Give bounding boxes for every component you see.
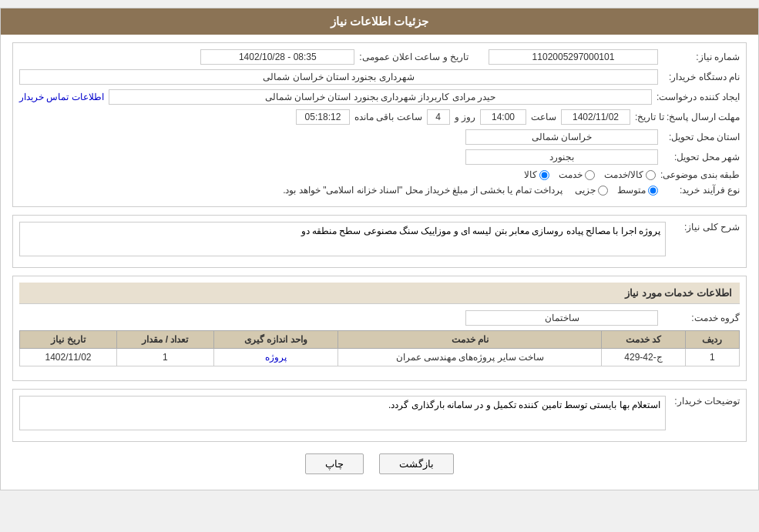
city-label: شهر محل تحویل:: [663, 152, 740, 162]
page-wrapper: جزئیات اطلاعات نیاز شماره نیاز: 11020052…: [0, 8, 759, 490]
row-need-number: شماره نیاز: 1102005297000101 تاریخ و ساع…: [19, 49, 740, 65]
service-group-value: ساختمان: [465, 310, 658, 326]
col-unit: واحد اندازه گیری: [213, 331, 338, 349]
radio-motavasset[interactable]: متوسط: [617, 185, 658, 196]
content-area: شماره نیاز: 1102005297000101 تاریخ و ساع…: [1, 35, 758, 490]
description-row: شرح کلی نیاز:: [19, 222, 740, 256]
need-number-value: 1102005297000101: [489, 49, 658, 65]
services-title: اطلاعات خدمات مورد نیاز: [19, 283, 740, 304]
col-code: کد خدمت: [602, 331, 686, 349]
radio-khedmat-input[interactable]: [585, 170, 595, 180]
deadline-days: 4: [427, 109, 450, 125]
services-table-section: ردیف کد خدمت نام خدمت واحد اندازه گیری ت…: [19, 330, 740, 366]
radio-kala-input[interactable]: [539, 170, 549, 180]
radio-kala-khedmat-label: کالا/خدمت: [604, 169, 643, 180]
row-process: نوع فرآیند خرید: متوسط جزیی پرداخت تمام …: [19, 185, 740, 196]
back-button[interactable]: بازگشت: [379, 453, 454, 474]
cell-unit[interactable]: پروژه: [213, 349, 338, 366]
row-category: طبقه بندی موضوعی: کالا/خدمت خدمت کالا: [19, 169, 740, 180]
category-radio-group: کالا/خدمت خدمت کالا: [524, 169, 656, 180]
deadline-label: مهلت ارسال پاسخ: تا تاریخ:: [635, 112, 740, 122]
province-value: خراسان شمالی: [465, 129, 658, 145]
buyer-org-label: نام دستگاه خریدار:: [663, 72, 740, 82]
buyer-notes-section: توضیحات خریدار:: [12, 389, 747, 442]
print-button[interactable]: چاپ: [305, 453, 364, 474]
deadline-time: 14:00: [480, 109, 526, 125]
deadline-remaining-label: ساعت باقی مانده: [354, 112, 422, 122]
deadline-time-label: ساعت: [531, 112, 556, 122]
page-header: جزئیات اطلاعات نیاز: [1, 8, 758, 35]
creator-value: حیدر مرادی کاربرداز شهرداری بجنورد استان…: [109, 89, 652, 105]
deadline-date: 1402/11/02: [561, 109, 630, 125]
cell-code: ج-42-429: [602, 349, 686, 366]
button-row: بازگشت چاپ: [12, 453, 747, 474]
buyer-notes-label: توضیحات خریدار:: [670, 396, 740, 407]
main-info-section: شماره نیاز: 1102005297000101 تاریخ و ساع…: [12, 42, 747, 207]
description-section: شرح کلی نیاز:: [12, 215, 747, 268]
radio-jozi-label: جزیی: [575, 185, 596, 196]
announce-value: 1402/10/28 - 08:35: [200, 49, 354, 65]
deadline-days-label: روز و: [455, 112, 475, 122]
radio-kala-label: کالا: [524, 169, 537, 180]
row-creator: ایجاد کننده درخواست: حیدر مرادی کاربرداز…: [19, 89, 740, 105]
process-radio-group: متوسط جزیی: [575, 185, 658, 196]
radio-khedmat-label: خدمت: [559, 169, 583, 180]
page-title: جزئیات اطلاعات نیاز: [331, 15, 428, 28]
row-province: استان محل تحویل: خراسان شمالی: [19, 129, 740, 145]
row-service-group: گروه خدمت: ساختمان: [19, 310, 740, 326]
services-table: ردیف کد خدمت نام خدمت واحد اندازه گیری ت…: [19, 330, 740, 366]
description-textarea[interactable]: [19, 222, 666, 256]
table-header-row: ردیف کد خدمت نام خدمت واحد اندازه گیری ت…: [20, 331, 740, 349]
process-label: نوع فرآیند خرید:: [663, 185, 740, 196]
cell-quantity: 1: [117, 349, 214, 366]
cell-row-num: 1: [685, 349, 739, 366]
service-group-label: گروه خدمت:: [663, 313, 740, 323]
deadline-remaining: 05:18:12: [296, 109, 350, 125]
cell-date: 1402/11/02: [20, 349, 117, 366]
radio-motavasset-input[interactable]: [648, 186, 658, 196]
row-buyer-org: نام دستگاه خریدار: شهرداری بجنورد استان …: [19, 69, 740, 85]
radio-kala-khedmat[interactable]: کالا/خدمت: [604, 169, 656, 180]
buyer-notes-textarea[interactable]: [19, 396, 666, 430]
province-label: استان محل تحویل:: [663, 132, 740, 142]
creator-label: ایجاد کننده درخواست:: [657, 92, 740, 102]
radio-jozi[interactable]: جزیی: [575, 185, 608, 196]
process-desc: پرداخت تمام یا بخشی از مبلغ خریداز محل "…: [283, 185, 563, 196]
need-number-label: شماره نیاز:: [663, 52, 740, 62]
row-deadline: مهلت ارسال پاسخ: تا تاریخ: 1402/11/02 سا…: [19, 109, 740, 125]
row-city: شهر محل تحویل: بجنورد: [19, 149, 740, 165]
category-label: طبقه بندی موضوعی:: [660, 169, 740, 180]
cell-name: ساخت سایر پروژه‌های مهندسی عمران: [338, 349, 602, 366]
announce-label: تاریخ و ساعت اعلان عمومی:: [359, 52, 468, 62]
buyer-org-value: شهرداری بجنورد استان خراسان شمالی: [19, 69, 658, 85]
table-row: 1 ج-42-429 ساخت سایر پروژه‌های مهندسی عم…: [20, 349, 740, 366]
col-date: تاریخ نیاز: [20, 331, 117, 349]
radio-khedmat[interactable]: خدمت: [559, 169, 595, 180]
city-value: بجنورد: [465, 149, 658, 165]
radio-jozi-input[interactable]: [598, 186, 608, 196]
description-label: شرح کلی نیاز:: [670, 222, 740, 233]
contact-link[interactable]: اطلاعات تماس خریدار: [19, 92, 104, 102]
col-name: نام خدمت: [338, 331, 602, 349]
radio-kala-khedmat-input[interactable]: [646, 170, 656, 180]
buyer-notes-row: توضیحات خریدار:: [19, 396, 740, 430]
radio-kala[interactable]: کالا: [524, 169, 549, 180]
services-section: اطلاعات خدمات مورد نیاز گروه خدمت: ساختم…: [12, 276, 747, 381]
col-row-num: ردیف: [685, 331, 739, 349]
radio-motavasset-label: متوسط: [617, 185, 646, 196]
col-quantity: تعداد / مقدار: [117, 331, 214, 349]
